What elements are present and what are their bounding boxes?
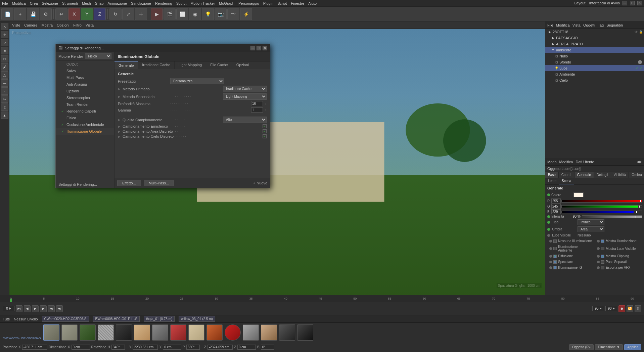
mat-menu-tutti[interactable]: Tutti [3,317,10,321]
intensity-bar[interactable] [582,215,642,218]
multi-pass-button[interactable]: Multi-Pass... [144,180,174,186]
footer-new[interactable]: + Nuovo [253,181,267,185]
tool-point[interactable]: · [1,87,8,95]
next-keyframe-button[interactable]: ⏭ [48,305,55,312]
menu-rendering[interactable]: Rendering [155,1,172,5]
new-button[interactable]: 📄 [1,8,13,20]
depth-arrow-btn[interactable]: ↕ [265,102,267,105]
tab-opzioni[interactable]: Opzioni [232,61,253,69]
menu-aiuto[interactable]: Aiuto [308,1,317,5]
shadow-dropdown[interactable]: Area [578,226,604,232]
menu-opzioni[interactable]: Opzioni [56,88,114,94]
tool-object[interactable]: □ [1,55,8,62]
menu-strumenti[interactable]: Strumenti [62,1,78,5]
rot-p-input[interactable] [186,345,200,350]
type-dropdown[interactable]: Infinito [578,219,604,225]
total-frames-input[interactable] [605,306,617,311]
sphere-button[interactable]: ◉ [189,8,201,20]
pass-separati-checkbox[interactable] [601,260,604,264]
mat-swatch-0[interactable] [43,324,59,341]
render-active-button[interactable]: ⚙ [40,8,52,20]
dim-y-input[interactable] [163,345,181,350]
tool-rotate[interactable]: ↻ [1,47,8,54]
tool-extrude[interactable]: ▲ [1,112,8,119]
mat-tab-willow[interactable]: willow_03_01 (2.5 m) [179,316,215,322]
menu-sculpt[interactable]: Sculpt [176,1,187,5]
menu-personaggio[interactable]: Personaggio [238,1,259,5]
mat-swatch-8[interactable] [188,324,204,341]
tool-move[interactable]: ✛ [1,31,8,38]
g-input[interactable] [551,204,561,209]
b-input[interactable] [551,209,561,214]
r-input[interactable] [551,199,561,204]
menu-occlusione[interactable]: ✓ Occlusione Ambientale [56,121,114,128]
dim-btn[interactable]: Dimensione ▼ [595,344,623,350]
render-button[interactable]: ▶ [151,8,163,20]
render-settings-button[interactable]: 🎬 [164,8,176,20]
illum-ig-checkbox[interactable]: ✓ [553,266,557,269]
viewport-menu-opzioni[interactable]: Opzioni [57,23,69,27]
nessuna-illum-checkbox[interactable] [553,239,557,243]
engine-dropdown[interactable]: Fisico [85,53,111,59]
tree-item-sfondo[interactable]: ◻ Sfondo [545,59,644,65]
rot-h-input[interactable] [111,345,125,350]
speculare-checkbox[interactable]: ✓ [553,260,557,264]
tree-item-cielo[interactable]: ◻ Cielo [545,77,644,83]
mat-swatch-6[interactable] [152,324,168,341]
mat-swatch-1[interactable] [61,324,78,341]
dialog-titlebar[interactable]: 🎬 Settaggi di Rendering... — □ ✕ [56,44,270,52]
menu-multi-pass[interactable]: — Multi-Pass [56,74,114,81]
menu-simulazione[interactable]: Simulazione [131,1,151,5]
tab-visibilita[interactable]: Visibilità [611,172,629,178]
menu-team-render[interactable]: Team Render [56,101,114,108]
menu-mograph[interactable]: MoGraph [219,1,234,5]
subtab-lente[interactable]: Lente [545,178,559,184]
prop-menu-modifica[interactable]: Modifica [559,160,573,164]
menu-salva[interactable]: Salva [56,68,114,74]
sky-checkbox[interactable] [263,134,267,138]
mat-tab-thuja[interactable]: thuja_01 (0.78 m) [144,316,175,322]
prop-menu-dati[interactable]: Dati Utente [576,160,594,164]
illum-ambiente-checkbox[interactable] [553,247,557,250]
dialog-minimize[interactable]: — [250,46,255,50]
scene-menu-tag[interactable]: Tag [598,23,604,27]
menu-motion-tracker[interactable]: Motion Tracker [190,1,215,5]
mat-swatch-13[interactable] [279,324,295,341]
mat-menu-nessun-livello[interactable]: Nessun Livello [14,317,38,321]
mat-swatch-7[interactable] [170,324,186,341]
tab-ombra[interactable]: Ombra [629,172,644,178]
current-frame-input[interactable] [3,306,14,311]
tree-item-ambiente[interactable]: ▼ ambiente [545,47,644,53]
hemi-checkbox[interactable] [263,124,267,128]
pos-z-input[interactable] [208,345,233,350]
tool-poly[interactable]: △ [1,71,8,79]
menu-selezione[interactable]: Selezione [42,1,58,5]
tool-bridge[interactable]: ⌶ [1,103,8,111]
mat-swatch-3[interactable] [98,324,114,341]
menu-script[interactable]: Script [277,1,287,5]
mat-swatch-4[interactable] [116,324,132,341]
mat-swatch-12[interactable] [261,324,277,341]
viewport-menu-viste[interactable]: Viste [12,23,20,27]
menu-fisico[interactable]: Fisico [56,115,114,121]
tab-base[interactable]: Base [545,172,559,178]
menu-output[interactable]: Output [56,61,114,68]
y-axis-button[interactable]: Y [81,8,93,20]
step-back-button[interactable]: ◀ [24,305,31,312]
scene-menu-modifica[interactable]: Modifica [556,23,570,27]
tab-dettagli[interactable]: Dettagli [594,172,611,178]
undo-button[interactable]: ↩ [55,8,67,20]
go-to-end-button[interactable]: ⏭ [56,305,63,312]
tab-generale[interactable]: Generale [114,61,138,69]
z-axis-button[interactable]: Z [94,8,106,20]
save-button[interactable]: 💾 [27,8,39,20]
mat-swatch-2[interactable] [80,324,96,341]
viewport-menu-vista[interactable]: Vista [86,23,94,27]
camera-button[interactable]: 📷 [215,8,227,20]
tree-item-luce[interactable]: 💡 Luce ✓ ✓ [545,65,644,71]
open-button[interactable]: + [14,8,26,20]
scene-menu-file[interactable]: File [547,23,553,27]
light-button[interactable]: 💡 [202,8,214,20]
scene-menu-vista[interactable]: Vista [572,23,581,27]
tab-file-cache[interactable]: File Cache [206,61,232,69]
